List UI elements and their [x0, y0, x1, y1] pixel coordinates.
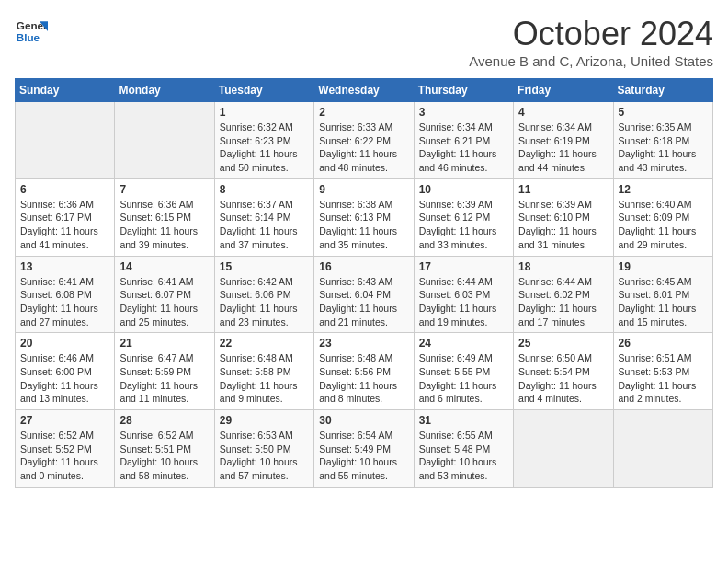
cell-info: Sunrise: 6:53 AMSunset: 5:50 PMDaylight:… [220, 429, 309, 483]
cell-info: Sunrise: 6:39 AMSunset: 6:12 PMDaylight:… [419, 198, 508, 252]
sunrise-label: Sunrise: 6:34 AM [419, 121, 493, 132]
day-number: 19 [619, 260, 708, 273]
cell-info: Sunrise: 6:41 AMSunset: 6:07 PMDaylight:… [119, 275, 209, 329]
calendar-cell [115, 102, 214, 179]
cell-info: Sunrise: 6:34 AMSunset: 6:19 PMDaylight:… [518, 121, 608, 175]
sunrise-label: Sunrise: 6:49 AM [419, 352, 493, 363]
location-title: Avenue B and C, Arizona, United States [469, 53, 713, 69]
calendar-cell: 8Sunrise: 6:37 AMSunset: 6:14 PMDaylight… [214, 178, 313, 256]
sunrise-label: Sunrise: 6:41 AM [20, 276, 94, 287]
sunrise-label: Sunrise: 6:48 AM [319, 352, 392, 363]
day-number: 1 [220, 106, 309, 119]
sunset-label: Sunset: 5:51 PM [119, 443, 191, 454]
cell-info: Sunrise: 6:32 AMSunset: 6:23 PMDaylight:… [220, 121, 309, 175]
daylight-label: Daylight: 11 hours and 37 minutes. [220, 225, 298, 250]
sunset-label: Sunset: 5:56 PM [319, 366, 391, 377]
day-header-thursday: Thursday [414, 79, 513, 102]
sunrise-label: Sunrise: 6:46 AM [20, 352, 94, 363]
daylight-label: Daylight: 10 hours and 58 minutes. [119, 456, 198, 481]
calendar-cell: 7Sunrise: 6:36 AMSunset: 6:15 PMDaylight… [115, 178, 214, 256]
day-header-friday: Friday [514, 79, 613, 102]
sunset-label: Sunset: 6:14 PM [220, 212, 291, 223]
sunset-label: Sunset: 6:08 PM [20, 289, 92, 300]
calendar-cell: 5Sunrise: 6:35 AMSunset: 6:18 PMDaylight… [613, 102, 712, 179]
day-number: 5 [619, 106, 708, 119]
sunset-label: Sunset: 6:18 PM [619, 135, 690, 146]
days-header-row: SundayMondayTuesdayWednesdayThursdayFrid… [16, 79, 713, 102]
daylight-label: Daylight: 11 hours and 2 minutes. [619, 380, 697, 405]
sunrise-label: Sunrise: 6:43 AM [319, 276, 392, 287]
daylight-label: Daylight: 11 hours and 39 minutes. [119, 225, 198, 250]
sunset-label: Sunset: 5:54 PM [518, 366, 590, 377]
cell-info: Sunrise: 6:46 AMSunset: 6:00 PMDaylight:… [20, 351, 109, 406]
daylight-label: Daylight: 11 hours and 43 minutes. [619, 148, 697, 173]
sunset-label: Sunset: 5:52 PM [20, 443, 92, 454]
sunrise-label: Sunrise: 6:51 AM [619, 352, 692, 363]
sunrise-label: Sunrise: 6:33 AM [319, 121, 392, 132]
cell-info: Sunrise: 6:51 AMSunset: 5:53 PMDaylight:… [619, 351, 708, 406]
calendar-cell [514, 410, 613, 488]
day-number: 11 [518, 183, 608, 196]
svg-text:Blue: Blue [17, 31, 40, 43]
daylight-label: Daylight: 11 hours and 15 minutes. [619, 303, 697, 327]
calendar-cell: 6Sunrise: 6:36 AMSunset: 6:17 PMDaylight… [16, 178, 115, 256]
calendar-cell: 9Sunrise: 6:38 AMSunset: 6:13 PMDaylight… [314, 178, 414, 256]
calendar-table: SundayMondayTuesdayWednesdayThursdayFrid… [15, 78, 713, 488]
day-header-tuesday: Tuesday [214, 79, 313, 102]
day-header-wednesday: Wednesday [314, 79, 414, 102]
sunset-label: Sunset: 5:50 PM [220, 443, 291, 454]
sunrise-label: Sunrise: 6:36 AM [119, 199, 193, 210]
week-row-0: 1Sunrise: 6:32 AMSunset: 6:23 PMDaylight… [16, 102, 713, 179]
calendar-cell: 19Sunrise: 6:45 AMSunset: 6:01 PMDayligh… [613, 256, 712, 333]
sunrise-label: Sunrise: 6:34 AM [518, 121, 592, 132]
day-number: 16 [319, 260, 408, 273]
week-row-1: 6Sunrise: 6:36 AMSunset: 6:17 PMDaylight… [16, 178, 713, 256]
cell-info: Sunrise: 6:52 AMSunset: 5:52 PMDaylight:… [20, 429, 109, 483]
cell-info: Sunrise: 6:35 AMSunset: 6:18 PMDaylight:… [619, 121, 708, 175]
daylight-label: Daylight: 10 hours and 55 minutes. [319, 456, 397, 481]
daylight-label: Daylight: 11 hours and 48 minutes. [319, 148, 397, 173]
day-number: 17 [419, 260, 508, 273]
title-block: October 2024 Avenue B and C, Arizona, Un… [469, 15, 713, 69]
day-number: 15 [220, 260, 309, 273]
cell-info: Sunrise: 6:37 AMSunset: 6:14 PMDaylight:… [220, 198, 309, 252]
calendar-cell: 4Sunrise: 6:34 AMSunset: 6:19 PMDaylight… [514, 102, 613, 179]
sunrise-label: Sunrise: 6:40 AM [619, 199, 692, 210]
sunrise-label: Sunrise: 6:32 AM [220, 121, 293, 132]
calendar-cell: 29Sunrise: 6:53 AMSunset: 5:50 PMDayligh… [214, 410, 313, 488]
sunset-label: Sunset: 6:21 PM [419, 135, 491, 146]
sunset-label: Sunset: 6:03 PM [419, 289, 491, 300]
sunset-label: Sunset: 5:49 PM [319, 443, 391, 454]
calendar-cell: 1Sunrise: 6:32 AMSunset: 6:23 PMDaylight… [214, 102, 313, 179]
cell-info: Sunrise: 6:34 AMSunset: 6:21 PMDaylight:… [419, 121, 508, 175]
calendar-cell [613, 410, 712, 488]
calendar-cell: 13Sunrise: 6:41 AMSunset: 6:08 PMDayligh… [16, 256, 115, 333]
sunrise-label: Sunrise: 6:39 AM [419, 199, 493, 210]
week-row-2: 13Sunrise: 6:41 AMSunset: 6:08 PMDayligh… [16, 256, 713, 333]
sunset-label: Sunset: 6:02 PM [518, 289, 590, 300]
sunset-label: Sunset: 6:04 PM [319, 289, 391, 300]
calendar-cell: 16Sunrise: 6:43 AMSunset: 6:04 PMDayligh… [314, 256, 414, 333]
sunset-label: Sunset: 6:00 PM [20, 366, 92, 377]
calendar-cell: 23Sunrise: 6:48 AMSunset: 5:56 PMDayligh… [314, 333, 414, 410]
day-number: 2 [319, 106, 408, 119]
sunrise-label: Sunrise: 6:47 AM [119, 352, 193, 363]
sunset-label: Sunset: 6:06 PM [220, 289, 291, 300]
calendar-cell: 27Sunrise: 6:52 AMSunset: 5:52 PMDayligh… [16, 410, 115, 488]
sunset-label: Sunset: 6:15 PM [119, 212, 191, 223]
page-header: General Blue October 2024 Avenue B and C… [15, 15, 713, 69]
day-number: 3 [419, 106, 508, 119]
day-number: 18 [518, 260, 608, 273]
day-number: 20 [20, 337, 109, 350]
cell-info: Sunrise: 6:48 AMSunset: 5:56 PMDaylight:… [319, 351, 408, 406]
calendar-cell: 22Sunrise: 6:48 AMSunset: 5:58 PMDayligh… [214, 333, 313, 410]
sunset-label: Sunset: 6:01 PM [619, 289, 690, 300]
daylight-label: Daylight: 11 hours and 25 minutes. [119, 303, 198, 327]
daylight-label: Daylight: 11 hours and 33 minutes. [419, 225, 497, 250]
calendar-cell: 18Sunrise: 6:44 AMSunset: 6:02 PMDayligh… [514, 256, 613, 333]
cell-info: Sunrise: 6:50 AMSunset: 5:54 PMDaylight:… [518, 351, 608, 406]
calendar-cell: 11Sunrise: 6:39 AMSunset: 6:10 PMDayligh… [514, 178, 613, 256]
sunrise-label: Sunrise: 6:44 AM [419, 276, 493, 287]
sunrise-label: Sunrise: 6:39 AM [518, 199, 592, 210]
sunrise-label: Sunrise: 6:45 AM [619, 276, 692, 287]
